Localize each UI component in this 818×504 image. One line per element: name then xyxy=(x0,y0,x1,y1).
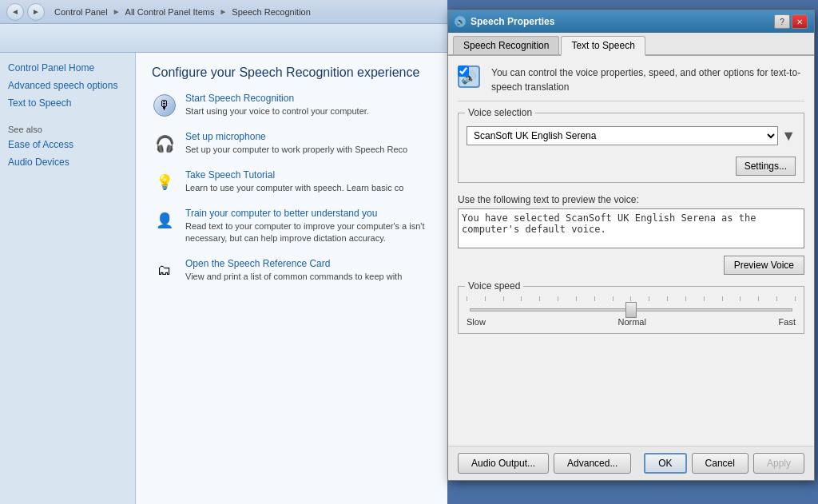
audio-output-button[interactable]: Audio Output... xyxy=(458,453,549,474)
speed-slider[interactable] xyxy=(470,308,792,312)
cp-content: Control Panel Home Advanced speech optio… xyxy=(0,53,447,504)
apply-button[interactable]: Apply xyxy=(753,453,804,474)
tab-text-to-speech[interactable]: Text to Speech xyxy=(561,36,645,56)
breadcrumb-home[interactable]: Control Panel xyxy=(54,7,108,17)
page-title: Configure your Speech Recognition experi… xyxy=(152,65,431,80)
voice-speed-label: Voice speed xyxy=(465,280,523,292)
info-row: 🔊 You can control the voice properties, … xyxy=(458,65,804,101)
ok-button[interactable]: OK xyxy=(644,453,686,474)
mic-icon: 🎙 xyxy=(158,98,171,113)
cp-toolbar xyxy=(0,24,447,53)
dialog-body: 🔊 You can control the voice properties, … xyxy=(448,56,814,446)
breadcrumb-sep2: ► xyxy=(219,7,227,16)
dialog-controls: ? ✕ xyxy=(774,14,808,29)
card-icon: 🗂 xyxy=(157,262,172,279)
reference-card-link[interactable]: Open the Speech Reference Card xyxy=(185,258,431,269)
sidebar-see-also: See also Ease of Access Audio Devices xyxy=(8,125,127,168)
voice-select-row: ScanSoft UK English Serena ▼ xyxy=(467,126,796,145)
preview-btn-row: Preview Voice xyxy=(458,256,804,275)
train-computer-desc: Read text to your computer to improve yo… xyxy=(185,220,431,245)
voice-dropdown-arrow[interactable]: ▼ xyxy=(781,128,796,145)
task-train: 👤 Train your computer to better understa… xyxy=(152,208,431,245)
settings-button[interactable]: Settings... xyxy=(736,157,796,176)
start-task-icon: 🎙 xyxy=(152,93,177,118)
control-panel-window: ◄ ► Control Panel ► All Control Panel It… xyxy=(0,0,447,504)
voice-selection-label: Voice selection xyxy=(465,107,535,118)
task-reference: 🗂 Open the Speech Reference Card View an… xyxy=(152,258,431,284)
speed-section: Slow Normal Fast xyxy=(467,296,796,327)
task-microphone: 🎧 Set up microphone Set up your computer… xyxy=(152,131,431,157)
task-start: 🎙 Start Speech Recognition Start using y… xyxy=(152,93,431,118)
see-also-label: See also xyxy=(8,125,127,134)
sidebar-item-audio-devices[interactable]: Audio Devices xyxy=(8,157,127,168)
dialog-help-button[interactable]: ? xyxy=(774,14,790,29)
task-tutorial: 💡 Take Speech Tutorial Learn to use your… xyxy=(152,169,431,195)
breadcrumb: Control Panel ► All Control Panel Items … xyxy=(54,7,311,17)
dialog-icon: 🔊 xyxy=(455,16,466,27)
dialog-titlebar: 🔊 Speech Properties ? ✕ xyxy=(448,10,814,33)
dialog-close-button[interactable]: ✕ xyxy=(792,14,808,29)
start-speech-link[interactable]: Start Speech Recognition xyxy=(185,93,431,104)
footer-left-buttons: Audio Output... Advanced... xyxy=(458,453,631,474)
preview-textarea[interactable] xyxy=(458,208,804,248)
cp-main: Configure your Speech Recognition experi… xyxy=(136,53,447,504)
sidebar-item-ease-of-access[interactable]: Ease of Access xyxy=(8,139,127,150)
tutorial-task-icon: 💡 xyxy=(152,169,177,195)
cp-sidebar: Control Panel Home Advanced speech optio… xyxy=(0,53,136,504)
cp-titlebar-left: ◄ ► Control Panel ► All Control Panel It… xyxy=(6,3,311,21)
forward-button[interactable]: ► xyxy=(27,3,45,21)
dialog-title: Speech Properties xyxy=(471,16,554,27)
cancel-button[interactable]: Cancel xyxy=(692,453,749,474)
voice-selection-group: Voice selection ScanSoft UK English Sere… xyxy=(458,113,804,183)
info-icon-container: 🔊 xyxy=(458,65,483,91)
train-task-icon: 👤 xyxy=(152,208,177,233)
bulb-icon: 💡 xyxy=(156,173,173,191)
microphone-task-icon: 🎧 xyxy=(152,131,177,157)
tts-checkbox[interactable] xyxy=(458,65,469,77)
voice-speed-group: Voice speed Slow Normal Fast xyxy=(458,286,804,334)
breadcrumb-current: Speech Recognition xyxy=(232,7,310,17)
sidebar-item-advanced[interactable]: Advanced speech options xyxy=(8,80,127,91)
person-icon: 👤 xyxy=(156,212,173,229)
dialog-footer: Audio Output... Advanced... OK Cancel Ap… xyxy=(448,446,814,480)
headset-icon: 🎧 xyxy=(155,134,175,153)
slider-ticks xyxy=(467,296,796,301)
sidebar-item-text-to-speech[interactable]: Text to Speech xyxy=(8,97,127,109)
reference-card-desc: View and print a list of common commands… xyxy=(185,271,431,283)
speed-slider-container xyxy=(470,303,792,314)
voice-select[interactable]: ScanSoft UK English Serena xyxy=(467,126,778,145)
sidebar-item-home[interactable]: Control Panel Home xyxy=(8,62,127,73)
speed-slow-label: Slow xyxy=(467,317,486,327)
breadcrumb-sep1: ► xyxy=(113,7,121,16)
advanced-button[interactable]: Advanced... xyxy=(554,453,631,474)
speed-fast-label: Fast xyxy=(779,317,796,327)
dialog-tabs: Speech Recognition Text to Speech xyxy=(448,33,814,56)
footer-right-buttons: OK Cancel Apply xyxy=(644,453,804,474)
cp-titlebar: ◄ ► Control Panel ► All Control Panel It… xyxy=(0,0,447,24)
preview-label: Use the following text to preview the vo… xyxy=(458,194,804,205)
take-tutorial-desc: Learn to use your computer with speech. … xyxy=(185,182,431,194)
info-text: You can control the voice properties, sp… xyxy=(491,65,804,94)
setup-microphone-link[interactable]: Set up microphone xyxy=(185,131,431,142)
speech-properties-dialog: 🔊 Speech Properties ? ✕ Speech Recogniti… xyxy=(447,10,815,481)
reference-task-icon: 🗂 xyxy=(152,258,177,284)
setup-microphone-desc: Set up your computer to work properly wi… xyxy=(185,144,431,156)
preview-section: Use the following text to preview the vo… xyxy=(458,194,804,275)
take-tutorial-link[interactable]: Take Speech Tutorial xyxy=(185,169,431,181)
breadcrumb-section[interactable]: All Control Panel Items xyxy=(125,7,215,17)
preview-voice-button[interactable]: Preview Voice xyxy=(724,256,804,275)
speed-labels: Slow Normal Fast xyxy=(467,317,796,327)
tab-speech-recognition[interactable]: Speech Recognition xyxy=(453,36,559,54)
speed-normal-label: Normal xyxy=(617,317,645,327)
start-speech-desc: Start using your voice to control your c… xyxy=(185,105,431,117)
train-computer-link[interactable]: Train your computer to better understand… xyxy=(185,208,431,219)
back-button[interactable]: ◄ xyxy=(6,3,24,21)
